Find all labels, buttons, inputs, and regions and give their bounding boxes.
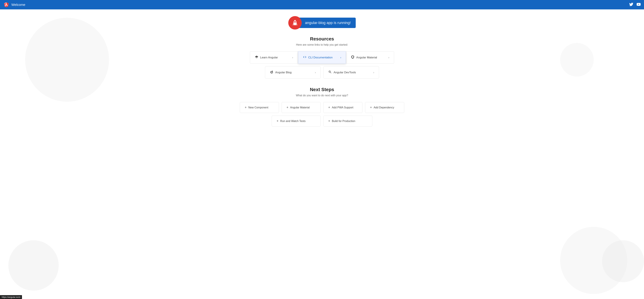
- plus-icon-new-component: +: [245, 106, 247, 109]
- graduation-cap-icon: [255, 55, 258, 60]
- rocket-icon: [292, 19, 298, 26]
- angular-material-arrow: ›: [388, 56, 389, 59]
- plus-icon-angular-material: +: [286, 106, 288, 109]
- angular-blog-card[interactable]: Angular Blog ›: [265, 66, 321, 79]
- youtube-icon[interactable]: [636, 2, 641, 7]
- resources-title: Resources: [310, 36, 334, 42]
- plus-icon-build: +: [328, 119, 330, 123]
- header-left: Welcome: [3, 2, 25, 8]
- angular-material-action-label: Angular Material: [290, 106, 310, 109]
- cli-docs-arrow: ›: [340, 56, 341, 59]
- header-title: Welcome: [12, 3, 25, 7]
- shield-icon: [351, 55, 354, 60]
- devtools-search-icon: [328, 70, 332, 75]
- run-watch-tests-label: Run and Watch Tests: [280, 120, 306, 123]
- new-component-label: New Component: [248, 106, 268, 109]
- angular-blog-label: Angular Blog: [275, 71, 292, 74]
- svg-marker-1: [6, 2, 8, 7]
- main-content: angular-blog app is running! Resources H…: [0, 10, 644, 299]
- status-bar-url: https://angular.io/cli: [2, 296, 20, 298]
- cli-docs-label: CLI Documentation: [308, 56, 333, 59]
- header: Welcome: [0, 0, 644, 10]
- resource-cards-row2: Angular Blog › Angular DevTools ›: [265, 66, 379, 79]
- plus-icon-dependency: +: [370, 106, 372, 109]
- angular-devtools-card[interactable]: Angular DevTools ›: [323, 66, 379, 79]
- run-watch-tests-button[interactable]: + Run and Watch Tests: [272, 116, 321, 127]
- angular-material-label: Angular Material: [356, 56, 377, 59]
- resource-cards-row1: Learn Angular › CLI Documentation ›: [250, 51, 394, 64]
- plus-icon-tests: +: [276, 119, 278, 123]
- build-production-label: Build for Production: [332, 120, 355, 123]
- add-dependency-button[interactable]: + Add Dependency: [365, 102, 404, 113]
- next-steps-subtitle: What do you want to do next with your ap…: [296, 94, 348, 97]
- add-pwa-label: Add PWA Support: [332, 106, 353, 109]
- header-icons: [629, 2, 641, 7]
- add-pwa-button[interactable]: + Add PWA Support: [323, 102, 362, 113]
- action-buttons-row2: + Run and Watch Tests + Build for Produc…: [272, 116, 372, 127]
- rocket-circle: [288, 16, 302, 30]
- next-steps-title: Next Steps: [310, 87, 334, 92]
- build-production-button[interactable]: + Build for Production: [323, 116, 372, 127]
- resources-subtitle: Here are some links to help you get star…: [296, 43, 348, 46]
- status-bar: https://angular.io/cli: [0, 295, 22, 299]
- learn-angular-arrow: ›: [292, 56, 293, 59]
- angular-blog-arrow: ›: [315, 71, 316, 74]
- flame-icon: [270, 70, 274, 75]
- twitter-icon[interactable]: [629, 2, 633, 7]
- content-area: angular-blog app is running! Resources H…: [0, 10, 644, 137]
- plus-icon-pwa: +: [328, 106, 330, 109]
- action-buttons-row1: + New Component + Angular Material + Add…: [240, 102, 404, 113]
- learn-angular-label: Learn Angular: [260, 56, 278, 59]
- angular-material-button[interactable]: + Angular Material: [282, 102, 321, 113]
- angular-material-card[interactable]: Angular Material ›: [346, 51, 394, 64]
- app-banner: angular-blog app is running!: [288, 16, 356, 30]
- app-running-banner-text: angular-blog app is running!: [298, 18, 356, 28]
- angular-logo-icon: [3, 2, 10, 8]
- angular-devtools-label: Angular DevTools: [334, 71, 356, 74]
- add-dependency-label: Add Dependency: [374, 106, 394, 109]
- angular-devtools-arrow: ›: [373, 71, 374, 74]
- new-component-button[interactable]: + New Component: [240, 102, 279, 113]
- learn-angular-card[interactable]: Learn Angular ›: [250, 51, 298, 64]
- code-icon: [303, 55, 306, 60]
- cli-docs-card[interactable]: CLI Documentation ›: [298, 51, 346, 64]
